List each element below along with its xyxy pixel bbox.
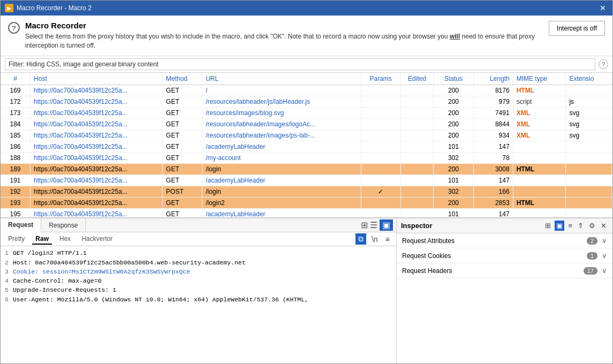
window-title: Macro Recorder - Macro 2 (17, 4, 92, 12)
main-window: ▶ Macro Recorder - Macro 2 ✕ ? Macro Rec… (0, 0, 613, 364)
filter-bar: ? (1, 56, 612, 73)
cell-mime: XML (513, 107, 566, 118)
request-tab[interactable]: Request (1, 218, 41, 232)
copy-icon[interactable]: ⧉ (355, 233, 366, 245)
intercept-button[interactable]: Intercept is off (549, 21, 605, 36)
cell-length: 979 (473, 96, 513, 107)
cell-method: GET (163, 85, 202, 96)
cell-edited (400, 141, 434, 152)
cell-length: 147 (473, 208, 513, 218)
response-tab[interactable]: Response (41, 219, 86, 232)
line-num: 5 (5, 286, 9, 293)
request-line: 5Upgrade-Insecure-Requests: 1 (5, 285, 392, 294)
cell-length: 7491 (473, 107, 513, 118)
cell-status: 200 (434, 85, 473, 96)
cell-ext (566, 186, 612, 197)
table-row[interactable]: 173 https://0ac700a404539f12c25a... GET … (1, 107, 612, 118)
insp-icon-panel[interactable]: ▣ (555, 221, 564, 231)
view-icon-panel[interactable]: ▣ (380, 219, 393, 231)
cell-params: ✓ (361, 186, 400, 197)
request-line: 1GET /login2 HTTP/1.1 (5, 248, 392, 257)
table-row[interactable]: 191 https://0ac700a404539f12c25a... GET … (1, 175, 612, 186)
newline-icon[interactable]: \n (369, 234, 380, 245)
cell-ext: svg (566, 107, 612, 118)
cell-edited (400, 85, 434, 96)
cell-method: GET (163, 96, 202, 107)
cell-edited (400, 152, 434, 163)
cell-mime (513, 141, 566, 152)
bottom-section: Request Response ⊞ ☰ ▣ Pretty Raw Hex Ha… (1, 218, 612, 363)
cell-mime: XML (513, 118, 566, 130)
col-id: # (1, 73, 31, 85)
cell-status: 200 (434, 118, 473, 130)
line-text: Host: 0ac700a404539f12c25ac5bb00a500b4.w… (13, 259, 246, 266)
table-row[interactable]: 195 https://0ac700a404539f12c25a... GET … (1, 208, 612, 218)
subtab-hackvertor[interactable]: Hackvertor (78, 234, 116, 245)
table-row[interactable]: 184 https://0ac700a404539f12c25a... GET … (1, 118, 612, 130)
dialog-description: Select the items from the proxy history … (25, 32, 549, 50)
view-icon-list[interactable]: ☰ (370, 220, 377, 230)
chevron-down-icon: ∨ (602, 252, 607, 260)
cell-params (361, 152, 400, 163)
cell-method: GET (163, 152, 202, 163)
line-text: Cache-Control: max-age=0 (13, 277, 102, 284)
subtab-pretty[interactable]: Pretty (5, 234, 28, 245)
filter-input[interactable] (5, 58, 595, 70)
cell-url: /resources/images/blog.svg (202, 107, 361, 118)
cell-method: GET (163, 163, 202, 175)
cell-ext: svg (566, 118, 612, 130)
insp-icon-align[interactable]: ≡ (566, 221, 574, 231)
table-row[interactable]: 172 https://0ac700a404539f12c25a... GET … (1, 96, 612, 107)
line-text: Upgrade-Insecure-Requests: 1 (13, 286, 116, 293)
cell-edited (400, 163, 434, 175)
table-row[interactable]: 186 https://0ac700a404539f12c25a... GET … (1, 141, 612, 152)
subtab-icon-group: ⧉ \n ≡ (355, 233, 392, 245)
cell-length: 166 (473, 186, 513, 197)
insp-icon-close[interactable]: ✕ (599, 221, 608, 231)
line-num: 6 (5, 296, 9, 303)
cell-mime: HTML (513, 197, 566, 208)
cell-status: 200 (434, 96, 473, 107)
cell-ext (566, 152, 612, 163)
cell-method: GET (163, 175, 202, 186)
close-button[interactable]: ✕ (597, 4, 608, 12)
cell-params (361, 85, 400, 96)
table-row[interactable]: 192 https://0ac700a404539f12c25a... POST… (1, 186, 612, 197)
table-row[interactable]: 185 https://0ac700a404539f12c25a... GET … (1, 130, 612, 141)
cell-edited (400, 96, 434, 107)
subtab-raw[interactable]: Raw (32, 234, 52, 245)
cell-id: 188 (1, 152, 31, 163)
table-row[interactable]: 169 https://0ac700a404539f12c25a... GET … (1, 85, 612, 96)
table-header: # Host Method URL Params Edited Status L… (1, 73, 612, 85)
col-method: Method (163, 73, 202, 85)
col-params: Params (361, 73, 400, 85)
inspector-row[interactable]: Request Cookies 1 ∨ (397, 248, 612, 263)
line-num: 4 (5, 277, 9, 284)
cell-method: POST (163, 186, 202, 197)
cell-host: https://0ac700a404539f12c25a... (31, 152, 163, 163)
table-row[interactable]: 188 https://0ac700a404539f12c25a... GET … (1, 152, 612, 163)
table-row[interactable]: 189 https://0ac700a404539f12c25a... GET … (1, 163, 612, 175)
cell-length: 78 (473, 152, 513, 163)
cell-params (361, 130, 400, 141)
subtab-hex[interactable]: Hex (56, 234, 74, 245)
inspector-row[interactable]: Request Attributes 2 ∨ (397, 233, 612, 248)
inspector-row-count: 2 (587, 237, 597, 245)
insp-icon-grid[interactable]: ⊞ (543, 221, 553, 231)
cell-ext (566, 208, 612, 218)
line-num: 2 (5, 259, 9, 266)
insp-icon-settings[interactable]: ⚙ (587, 221, 597, 231)
inspector-row-count: 1 (587, 252, 597, 260)
help-icon: ? (8, 22, 20, 34)
wrap-icon[interactable]: ≡ (383, 234, 392, 245)
view-icon-grid[interactable]: ⊞ (361, 220, 368, 230)
table-row[interactable]: 193 https://0ac700a404539f12c25a... GET … (1, 197, 612, 208)
cell-status: 200 (434, 130, 473, 141)
inspector-row[interactable]: Request Headers 17 ∨ (397, 263, 612, 278)
insp-icon-up[interactable]: ⇑ (576, 221, 585, 231)
col-url: URL (202, 73, 361, 85)
filter-help-icon[interactable]: ? (599, 59, 608, 69)
line-text: User-Agent: Mozilla/5.0 (Windows NT 10.0… (13, 296, 308, 303)
cell-url: /login (202, 186, 361, 197)
header-left: ? Macro Recorder Select the items from t… (8, 21, 549, 50)
